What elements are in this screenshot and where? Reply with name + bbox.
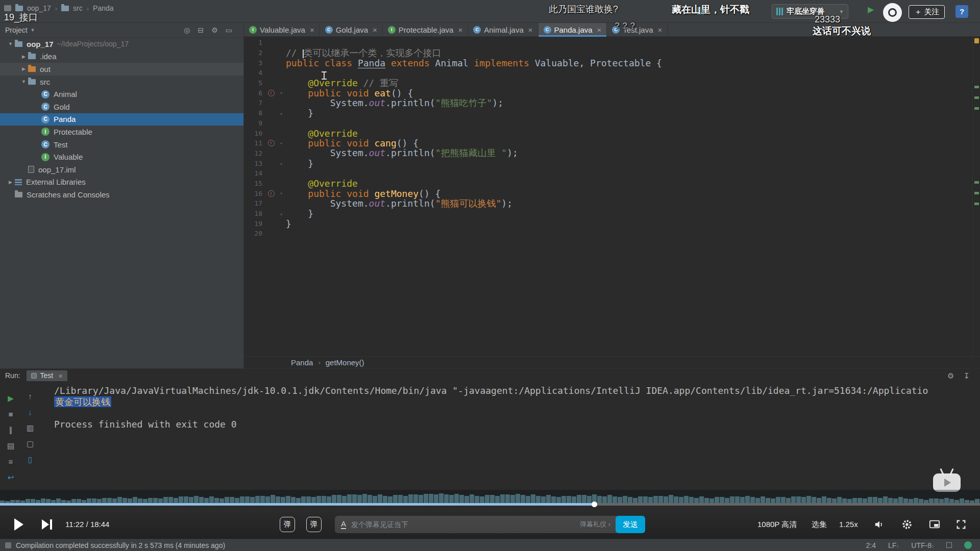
close-icon[interactable]: × (528, 26, 533, 34)
stop-button[interactable]: ■ (8, 410, 13, 418)
fold-close-icon[interactable]: ▴ (277, 161, 286, 166)
project-panel-title[interactable]: Project (5, 26, 28, 34)
wave-bar (878, 498, 883, 503)
fold-open-icon[interactable]: ▾ (277, 191, 286, 196)
volume-icon[interactable] (874, 519, 885, 530)
follow-button[interactable]: ＋ 关注 (909, 5, 945, 19)
chevron-down-icon[interactable]: ▼ (31, 28, 35, 33)
project-tree-item-external-libraries[interactable]: ▶External Libraries (0, 176, 243, 189)
code-editor[interactable]: 12// 类可以继承一个类，实现多个接口3public class Panda … (244, 37, 980, 356)
breadcrumb-file[interactable]: Panda (93, 4, 113, 12)
danmaku-settings-icon[interactable]: 弹 (306, 517, 322, 532)
close-icon[interactable]: × (597, 26, 602, 34)
soft-wrap-button[interactable]: ↩ (8, 473, 14, 481)
wave-bar (648, 497, 653, 503)
danmaku-input[interactable] (346, 520, 580, 529)
chevron-collapsed-icon[interactable]: ▶ (19, 54, 28, 59)
danmaku-font-style-icon[interactable]: A (341, 520, 346, 529)
editor-tab-panda-java[interactable]: CPanda.java× (538, 23, 607, 36)
episodes-button[interactable]: 选集 (812, 510, 827, 539)
line-separator-widget[interactable]: LF↕ (888, 541, 899, 549)
fullscreen-icon[interactable] (955, 519, 967, 530)
rerun-button[interactable]: ▶ (8, 394, 14, 402)
clear-all-button[interactable]: ≡ (9, 458, 13, 465)
code-token: "把熊猫藏山里 " (435, 147, 507, 158)
editor-tab-valuable-java[interactable]: IValuable.java× (244, 23, 320, 36)
close-icon[interactable]: × (310, 26, 314, 34)
restore-layout-button[interactable]: ▤ (7, 442, 14, 449)
chevron-collapsed-icon[interactable]: ▶ (6, 180, 15, 185)
quality-selector[interactable]: 1080P 高清 (757, 510, 797, 539)
project-tree-item-gold[interactable]: CGold (0, 101, 243, 113)
console-settings-gear-icon[interactable]: ⚙ (947, 372, 954, 380)
close-icon[interactable]: × (373, 26, 377, 34)
project-tree-item-idea[interactable]: ▶.idea (0, 51, 243, 63)
override-method-icon[interactable]: ↑ (268, 90, 275, 96)
run-button[interactable]: ▶ (868, 6, 874, 14)
video-progress-bar[interactable] (0, 503, 980, 506)
override-method-icon[interactable]: ↑ (268, 140, 275, 146)
next-episode-button[interactable] (42, 519, 49, 530)
notification-badge[interactable] (964, 541, 972, 549)
caret-position-widget[interactable]: 2:4 (866, 541, 876, 549)
project-tree-item-test[interactable]: CTest (0, 138, 243, 151)
run-tab-test[interactable]: Test × (27, 370, 67, 381)
fold-close-icon[interactable]: ▴ (277, 111, 286, 116)
editor-tab-test-java[interactable]: CTest.java× (607, 23, 668, 36)
bilibili-tv-icon[interactable] (933, 468, 961, 492)
project-tree-item-out[interactable]: ▶out (0, 63, 243, 76)
delete-button[interactable]: ▯ (28, 456, 32, 463)
wave-bar (541, 496, 546, 503)
fold-open-icon[interactable]: ▾ (277, 141, 286, 146)
playback-speed-selector[interactable]: 1.25x (839, 510, 858, 539)
danmaku-etiquette-link[interactable]: 弹幕礼仪 › (580, 520, 610, 529)
uploader-avatar[interactable] (883, 3, 902, 22)
project-tree-item-valuable[interactable]: IValuable (0, 151, 243, 163)
collapse-all-icon[interactable]: ⊟ (198, 27, 204, 34)
settings-gear-icon[interactable]: ⚙ (211, 27, 218, 34)
project-tree-item-oop-17[interactable]: ▼oop_17~/IdeaProjects/oop_17 (0, 38, 243, 51)
step-down-button[interactable]: ↓ (28, 408, 32, 416)
editor-tab-animal-java[interactable]: CAnimal.java× (468, 23, 538, 36)
editor-tab-gold-java[interactable]: CGold.java× (320, 23, 383, 36)
editor-tab-protectable-java[interactable]: IProtectable.java× (383, 23, 468, 36)
project-tree-item-scratches-and-consoles[interactable]: Scratches and Consoles (0, 188, 243, 201)
console-output[interactable]: /Library/Java/JavaVirtualMachines/jdk-10… (54, 385, 970, 430)
readonly-lock-icon[interactable] (946, 542, 952, 548)
pause-output-button[interactable]: ∥ (9, 426, 13, 434)
project-tree-item-panda[interactable]: CPanda (0, 113, 243, 126)
interface-icon: I (388, 26, 396, 34)
history-button[interactable]: ▢ (27, 440, 34, 447)
open-in-editor-button[interactable]: ▥ (27, 424, 34, 432)
breadcrumb-member[interactable]: getMoney() (326, 358, 364, 367)
send-danmaku-button[interactable]: 发送 (616, 516, 645, 533)
chevron-collapsed-icon[interactable]: ▶ (19, 66, 28, 71)
project-tree-item-animal[interactable]: CAnimal (0, 88, 243, 101)
editor-scrollbar[interactable] (972, 37, 980, 356)
project-tree-item-protectable[interactable]: IProtectable (0, 126, 243, 138)
scroll-to-end-icon[interactable]: ↧ (963, 372, 970, 380)
run-config-selector[interactable]: 牢底坐穿兽 ▼ (772, 4, 848, 19)
breadcrumb-dir[interactable]: src (73, 4, 83, 12)
locate-file-icon[interactable]: ◎ (184, 27, 190, 34)
play-button[interactable] (14, 518, 23, 531)
chevron-expanded-icon[interactable]: ▼ (19, 79, 28, 84)
close-icon[interactable]: × (58, 371, 63, 380)
step-up-button[interactable]: ↑ (28, 392, 32, 400)
fold-close-icon[interactable]: ▴ (277, 211, 286, 216)
close-icon[interactable]: × (458, 26, 462, 34)
player-settings-gear-icon[interactable] (901, 519, 913, 530)
miniplayer-icon[interactable] (929, 519, 940, 530)
breadcrumb-class[interactable]: Panda (291, 358, 313, 367)
chevron-expanded-icon[interactable]: ▼ (6, 41, 15, 46)
close-icon[interactable]: × (658, 26, 663, 34)
wave-bar (301, 496, 306, 503)
encoding-widget[interactable]: UTF-8↕ (911, 541, 934, 549)
project-tree-item-oop-17-iml[interactable]: oop_17.iml (0, 163, 243, 176)
override-method-icon[interactable]: ↑ (268, 190, 275, 197)
help-button[interactable]: ? (955, 5, 968, 18)
danmaku-toggle-icon[interactable]: 弹 (280, 517, 295, 532)
fold-open-icon[interactable]: ▾ (277, 90, 286, 95)
hide-panel-icon[interactable]: ▭ (226, 27, 232, 34)
project-tree-item-src[interactable]: ▼src (0, 76, 243, 88)
